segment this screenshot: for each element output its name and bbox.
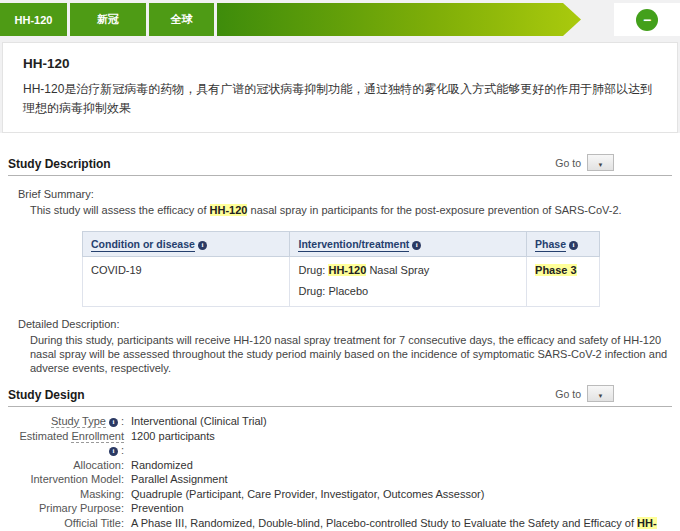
condition-header-link[interactable]: Condition or disease [91, 238, 195, 252]
official-title-pre: A Phase III, Randomized, Double-blind, P… [131, 517, 637, 529]
phase-cell: Phase 3 [527, 257, 600, 307]
goto-dropdown[interactable]: ▼ [587, 385, 614, 402]
intervention-header-link[interactable]: Intervention/treatment [298, 238, 409, 252]
phase-header-link[interactable]: Phase [535, 238, 566, 252]
intervention-line-1: Drug: HH-120 Nasal Spray [298, 264, 518, 276]
breadcrumb-item-covid[interactable]: 新冠 [70, 3, 146, 36]
chevron-down-icon: ▼ [598, 393, 604, 399]
brief-summary-pre: This study will assess the efficacy of [30, 204, 210, 216]
info-icon[interactable]: i [109, 447, 118, 456]
drug-card-title: HH-120 [23, 56, 657, 71]
header-zone: HH-120 新冠 全球 − HH-120 HH-120是治疗新冠病毒的药物，具… [0, 0, 680, 133]
field-primary-purpose: Primary Purpose: Prevention [8, 501, 672, 516]
highlighted-term: HH-120 [328, 264, 366, 276]
breadcrumb-arrow [217, 3, 581, 36]
field-label: Study Typei : [8, 414, 124, 429]
intervention-cell: Drug: HH-120 Nasal Spray Drug: Placebo [290, 257, 527, 307]
section-title-study-design: Study Design [8, 388, 85, 402]
goto-label: Go to [555, 157, 581, 169]
collapse-button[interactable]: − [636, 9, 658, 31]
field-label: Allocation: [8, 458, 124, 473]
condition-cell: COVID-19 [83, 257, 290, 307]
field-value: Randomized [131, 458, 193, 473]
col-header-condition: Condition or diseasei [83, 232, 290, 257]
field-official-title: Official Title: A Phase III, Randomized,… [8, 516, 672, 531]
main-content: Study Description Go to ▼ Brief Summary:… [0, 139, 680, 531]
field-value: Prevention [131, 501, 184, 516]
drug-card-description: HH-120是治疗新冠病毒的药物，具有广谱的冠状病毒抑制功能，通过独特的雾化吸入… [23, 80, 657, 118]
field-allocation: Allocation: Randomized [8, 458, 672, 473]
study-design-header: Study Design Go to ▼ [8, 385, 672, 407]
study-type-help-link[interactable]: Study Type [51, 415, 106, 428]
enrollment-help-link[interactable]: Enrollment [71, 430, 124, 443]
label-colon: : [118, 444, 124, 456]
intervention-post: Nasal Spray [366, 264, 429, 276]
study-description-header: Study Description Go to ▼ [8, 154, 672, 176]
goto-control: Go to ▼ [555, 385, 672, 402]
field-label: Primary Purpose: [8, 501, 124, 516]
breadcrumb-item-hh120[interactable]: HH-120 [0, 3, 67, 36]
field-value: A Phase III, Randomized, Double-blind, P… [131, 516, 672, 531]
field-value: Quadruple (Participant, Care Provider, I… [131, 487, 484, 502]
field-value: Parallel Assignment [131, 472, 228, 487]
intervention-pre: Drug: [298, 264, 328, 276]
section-title-study-description: Study Description [8, 157, 111, 171]
col-header-intervention: Intervention/treatmenti [290, 232, 527, 257]
field-label: Official Title: [8, 516, 124, 531]
field-value: 1200 participants [131, 429, 215, 458]
breadcrumb-bar: HH-120 新冠 全球 − [0, 3, 680, 36]
field-value: Interventional (Clinical Trial) [131, 414, 267, 429]
brief-summary-label: Brief Summary: [18, 188, 672, 200]
field-study-type: Study Typei : Interventional (Clinical T… [8, 414, 672, 429]
brief-summary-text: This study will assess the efficacy of H… [30, 203, 672, 217]
brief-summary-post: nasal spray in participants for the post… [247, 204, 621, 216]
field-masking: Masking: Quadruple (Participant, Care Pr… [8, 487, 672, 502]
drug-summary-card: HH-120 HH-120是治疗新冠病毒的药物，具有广谱的冠状病毒抑制功能，通过… [2, 42, 678, 133]
field-label: Intervention Model: [8, 472, 124, 487]
label-colon: : [118, 415, 124, 427]
chevron-down-icon: ▼ [598, 162, 604, 168]
goto-label: Go to [555, 388, 581, 400]
field-intervention-model: Intervention Model: Parallel Assignment [8, 472, 672, 487]
table-row: COVID-19 Drug: HH-120 Nasal Spray Drug: … [83, 257, 600, 307]
info-icon[interactable]: i [198, 241, 207, 250]
info-icon[interactable]: i [569, 241, 578, 250]
col-header-phase: Phasei [527, 232, 600, 257]
breadcrumb-item-global[interactable]: 全球 [149, 3, 214, 36]
table-header-row: Condition or diseasei Intervention/treat… [83, 232, 600, 257]
intervention-line-2: Drug: Placebo [298, 285, 518, 297]
field-label: Masking: [8, 487, 124, 502]
field-enrollment: Estimated Enrollmenti : 1200 participant… [8, 429, 672, 458]
minus-icon: − [643, 12, 651, 28]
detailed-description-text: During this study, participants will rec… [30, 333, 672, 375]
detailed-description-label: Detailed Description: [18, 318, 672, 330]
phase-badge: Phase 3 [535, 264, 577, 276]
goto-dropdown[interactable]: ▼ [587, 154, 614, 171]
highlighted-term: HH-120 [210, 204, 248, 216]
collapse-button-box: − [614, 3, 680, 36]
label-prefix: Estimated [19, 430, 71, 442]
conditions-table: Condition or diseasei Intervention/treat… [82, 231, 600, 307]
goto-control: Go to ▼ [555, 154, 672, 171]
info-icon[interactable]: i [109, 418, 118, 427]
field-label: Estimated Enrollmenti : [8, 429, 124, 458]
study-design-fields: Study Typei : Interventional (Clinical T… [8, 414, 672, 531]
info-icon[interactable]: i [412, 241, 421, 250]
